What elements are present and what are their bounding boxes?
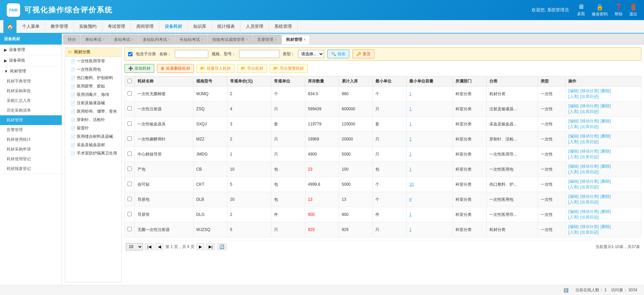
nav-reservation[interactable]: 实验预约 xyxy=(74,20,102,33)
edit-link[interactable]: [编辑] xyxy=(568,134,579,138)
inbound-link[interactable]: [入库] xyxy=(568,200,579,204)
tree-item-4[interactable]: 📄 医用消毒片、海绵 xyxy=(65,91,121,99)
model-input[interactable] xyxy=(239,50,279,58)
nav-personal-menu[interactable]: 个人菜单 xyxy=(17,20,45,33)
export-alert-button[interactable]: 📂 导出预警耗材 xyxy=(270,64,308,73)
row-checkbox-2[interactable] xyxy=(127,121,132,126)
row-checkbox-7[interactable] xyxy=(127,197,132,201)
sidebar-item-scrap-register[interactable]: 耗材报废登记 xyxy=(0,164,62,174)
edit-link[interactable]: [编辑] xyxy=(568,119,579,123)
row-min-capacity[interactable]: 1 xyxy=(407,222,453,237)
edit-link[interactable]: [编辑] xyxy=(568,104,579,108)
row-checkbox-3[interactable] xyxy=(127,136,132,141)
inbound-link[interactable]: [入库] xyxy=(568,185,579,189)
delete-link[interactable]: [删除] xyxy=(600,134,611,138)
include-sub-checkbox[interactable] xyxy=(128,52,132,56)
delete-link[interactable]: [删除] xyxy=(600,104,611,108)
delete-link[interactable]: [删除] xyxy=(600,88,611,93)
tab-competition-close[interactable]: × xyxy=(275,38,277,42)
move-category-link[interactable]: [移动分类] xyxy=(580,194,599,199)
row-min-capacity[interactable]: 1 xyxy=(407,162,453,177)
row-checkbox-5[interactable] xyxy=(127,167,132,171)
min-capacity-value[interactable]: 9 xyxy=(409,197,412,202)
edit-link[interactable]: [编辑] xyxy=(568,224,579,229)
per-page-select[interactable]: 10 20 50 100 xyxy=(126,243,143,250)
delete-link[interactable]: [删除] xyxy=(600,224,611,229)
tab-pending[interactable]: 待办 xyxy=(63,35,80,44)
row-checkbox-4[interactable] xyxy=(127,152,132,156)
logout-button[interactable]: 🚪 退出 xyxy=(629,3,637,17)
inbound-link[interactable]: [入库] xyxy=(568,139,579,144)
sidebar-item-purchase-summary[interactable]: 采购汇总入库 xyxy=(0,96,62,106)
tree-item-3[interactable]: 📄 医用胶带、胶贴 xyxy=(65,82,121,91)
inbound-link[interactable]: [入库] xyxy=(568,124,579,129)
tree-item-11[interactable]: 📄 手术室防护隔离卫生用 xyxy=(65,149,121,158)
nav-personnel[interactable]: 人员管理 xyxy=(240,20,269,33)
edit-link[interactable]: [编辑] xyxy=(568,209,579,214)
last-page-button[interactable]: ▶| xyxy=(206,243,215,250)
tab-single-station-close[interactable]: × xyxy=(103,38,105,42)
tree-item-6[interactable]: 📄 医用纱布、绷带、骨夹 xyxy=(65,107,121,116)
sidebar-item-usage-register[interactable]: 耗材使用登记 xyxy=(0,154,62,164)
inbound-link[interactable]: [入库] xyxy=(568,230,579,235)
outbound-link[interactable]: [出库归还] xyxy=(580,200,599,204)
row-min-capacity[interactable]: 9 xyxy=(407,192,453,207)
tab-long-short-close[interactable]: × xyxy=(201,38,203,42)
row-min-capacity[interactable]: 1 xyxy=(407,132,453,147)
tree-item-8[interactable]: 📄 留置针 xyxy=(65,124,121,132)
outbound-link[interactable]: [出库归还] xyxy=(580,124,599,129)
select-all-checkbox[interactable] xyxy=(127,79,132,83)
delete-link[interactable]: [删除] xyxy=(600,194,611,199)
tree-item-7[interactable]: 📄 穿刺针、活检针 xyxy=(65,116,121,124)
row-checkbox-0[interactable] xyxy=(127,91,132,96)
tab-multi-station-close[interactable]: × xyxy=(131,38,133,42)
tab-single-station[interactable]: 单站考试 × xyxy=(81,35,109,44)
tab-skill-score[interactable]: 技能考试成绩管理 × xyxy=(208,35,252,44)
tab-multi-station[interactable]: 多站考试 × xyxy=(110,35,138,44)
move-category-link[interactable]: [移动分类] xyxy=(580,164,599,169)
sidebar-item-dictionary[interactable]: 耗材字典管理 xyxy=(0,76,62,86)
inbound-link[interactable]: [入库] xyxy=(568,170,579,174)
min-capacity-value[interactable]: 1 xyxy=(409,92,412,96)
sidebar-section-title-device-approval[interactable]: ▶ 设备审批 xyxy=(0,55,62,66)
name-input[interactable] xyxy=(175,50,208,58)
row-checkbox-8[interactable] xyxy=(127,212,132,216)
inbound-link[interactable]: [入库] xyxy=(568,155,579,159)
type-select[interactable]: 请选择... xyxy=(298,50,324,58)
row-min-capacity[interactable]: 1 xyxy=(407,147,453,162)
row-checkbox-6[interactable] xyxy=(127,182,132,186)
min-capacity-value[interactable]: 1 xyxy=(409,137,412,141)
add-consumable-button[interactable]: ➕ 添加耗材 xyxy=(124,64,154,73)
nav-system[interactable]: 系统管理 xyxy=(269,20,298,33)
row-checkbox-9[interactable] xyxy=(127,227,132,231)
delete-link[interactable]: [删除] xyxy=(600,209,611,214)
delete-link[interactable]: [删除] xyxy=(600,179,611,184)
nav-equipment[interactable]: 设备耗材 xyxy=(159,20,188,33)
edit-link[interactable]: [编辑] xyxy=(568,194,579,199)
move-category-link[interactable]: [移动分类] xyxy=(580,224,599,229)
tab-consumable-mgmt-close[interactable]: × xyxy=(304,38,306,42)
first-page-button[interactable]: |◀ xyxy=(145,243,154,250)
tree-item-9[interactable]: 📄 医用缝合材料及器械 xyxy=(65,132,121,141)
outbound-link[interactable]: [出库归还] xyxy=(580,155,599,159)
edit-link[interactable]: [编辑] xyxy=(568,179,579,184)
min-capacity-value[interactable]: 1 xyxy=(409,167,412,172)
move-category-link[interactable]: [移动分类] xyxy=(580,134,599,138)
row-min-capacity[interactable]: 1 xyxy=(407,117,453,132)
outbound-link[interactable]: [出库归还] xyxy=(580,139,599,144)
sidebar-item-usage-stats[interactable]: 耗材使用统计 xyxy=(0,135,62,144)
move-category-link[interactable]: [移动分类] xyxy=(580,179,599,184)
min-capacity-value[interactable]: 1 xyxy=(409,152,412,157)
outbound-link[interactable]: [出库归还] xyxy=(580,230,599,235)
nav-room[interactable]: 房间管理 xyxy=(131,20,159,33)
inbound-link[interactable]: [入库] xyxy=(568,215,579,220)
tab-competition[interactable]: 竞赛管理 × xyxy=(253,35,281,44)
tab-skill-score-close[interactable]: × xyxy=(246,38,248,42)
tab-multi-queue-close[interactable]: × xyxy=(168,38,170,42)
row-checkbox-1[interactable] xyxy=(127,106,132,111)
row-min-capacity[interactable]: 1 xyxy=(407,102,453,117)
sidebar-section-title-device-mgmt[interactable]: ▶ 设备管理 xyxy=(0,45,62,55)
inbound-link[interactable]: [入库] xyxy=(568,109,579,114)
nav-home[interactable]: 🏠 xyxy=(3,20,17,33)
batch-delete-button[interactable]: 🗑 批量删除耗材 xyxy=(157,64,194,73)
